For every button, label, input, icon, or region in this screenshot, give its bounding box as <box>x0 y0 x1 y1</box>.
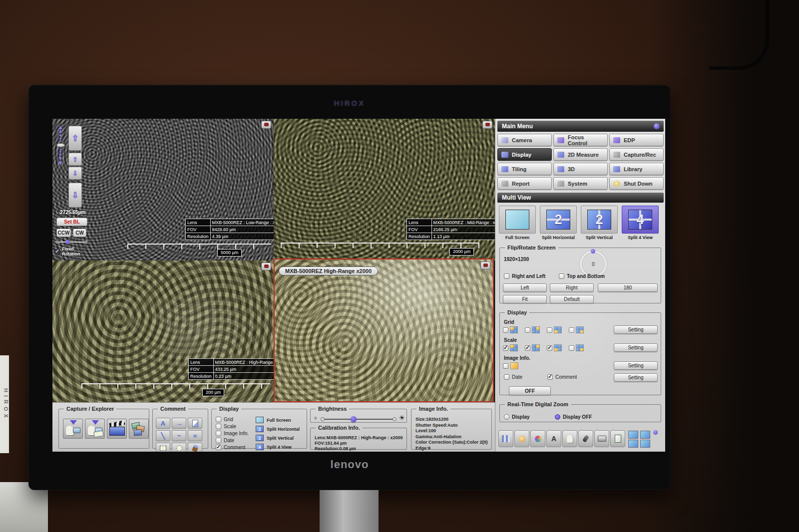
menu-focus-control-button[interactable]: Focus Control <box>553 134 608 146</box>
image-info-checkbox[interactable] <box>216 431 221 436</box>
camera-capture-icon[interactable] <box>482 121 492 129</box>
menu-shut-down-button[interactable]: Shut Down <box>609 177 664 190</box>
menu-display-button[interactable]: Display <box>497 148 552 161</box>
comment-arrow-button[interactable]: → <box>172 418 186 429</box>
split-horizontal-option[interactable]: 2Split Horizontal <box>256 426 300 432</box>
comment-ellipse-button[interactable] <box>172 443 186 452</box>
split-4-view-button[interactable]: 4 <box>622 206 659 234</box>
scale-quad1-checkbox[interactable]: ✓ <box>503 345 508 351</box>
display-radio[interactable] <box>504 414 509 420</box>
grid-quad1-checkbox[interactable] <box>503 327 508 333</box>
color-settings-tool-button[interactable] <box>530 430 545 447</box>
split-horizontal-button[interactable]: 2 <box>540 206 577 234</box>
comment-signature-button[interactable]: ≈ <box>188 430 202 441</box>
split-vertical-button[interactable]: 2 <box>581 206 618 234</box>
view-high-range-2000-selected[interactable]: MXB-5000REZ High-Range x2000 <box>274 259 494 402</box>
menu-camera-button[interactable]: Camera <box>497 134 552 146</box>
movie-record-button[interactable] <box>107 419 127 439</box>
scale-toggle[interactable]: Scale <box>216 424 249 429</box>
grid-quad4-toggle[interactable] <box>569 326 584 333</box>
camera-capture-icon[interactable] <box>480 262 490 269</box>
comment-toggle[interactable]: ✓Comment <box>216 445 249 450</box>
digital-zoom-display-option[interactable]: Display <box>504 414 530 420</box>
z-slider[interactable]: ▲ ▲ ▲ ▲ ▲ ▼ ▼ ▼ ▼ ▼ <box>55 125 65 165</box>
scale-quad2-checkbox[interactable]: ✓ <box>525 345 530 351</box>
grid-checkbox[interactable] <box>216 417 221 422</box>
default-button[interactable]: Default <box>550 295 594 303</box>
image-info-overlay-toggle[interactable] <box>503 362 518 369</box>
split-vertical-option[interactable]: 2Split Vertical <box>256 435 300 441</box>
z-down-slow-button[interactable]: ⇩ <box>68 167 82 180</box>
camera-capture-icon[interactable] <box>261 263 271 270</box>
menu-library-button[interactable]: Library <box>609 163 664 175</box>
scale-quad3-checkbox[interactable]: ✓ <box>547 345 552 351</box>
print-tool-button[interactable] <box>594 430 609 447</box>
full-screen-option[interactable]: Full Screen <box>256 417 300 423</box>
view-high-range-700[interactable]: Lens MXB-5000REZ : High-Range : x700 FOV… <box>52 261 274 402</box>
grid-quad4-checkbox[interactable] <box>569 327 574 333</box>
set-bl-button[interactable]: Set BL <box>56 218 87 226</box>
image-info-toggle[interactable]: Image Info. <box>216 431 249 436</box>
comment-rectangle-button[interactable] <box>156 443 170 452</box>
comment-note-button[interactable] <box>188 418 202 429</box>
off-button[interactable]: OFF <box>509 386 551 395</box>
digital-zoom-display-off-option[interactable]: Display OFF <box>555 414 592 420</box>
ccw-button[interactable]: CCW <box>56 229 71 237</box>
date-checkbox[interactable] <box>216 438 221 443</box>
scale-setting-button[interactable]: Setting <box>614 343 658 352</box>
globe-icon[interactable] <box>654 123 660 129</box>
comment-line-button[interactable]: ╲ <box>156 430 170 441</box>
rotate-left-button[interactable]: Left <box>503 283 547 292</box>
image-info-checkbox[interactable] <box>503 363 508 369</box>
fixed-rotation-checkbox[interactable]: ✓ <box>54 249 60 255</box>
triangle-up-icon[interactable]: ▲ <box>55 139 65 142</box>
menu-capture-rec-button[interactable]: Capture/Rec <box>609 148 664 161</box>
text-tool-button[interactable]: A <box>546 430 561 447</box>
display-off-radio[interactable] <box>555 414 560 420</box>
capture-save-button[interactable] <box>85 419 105 439</box>
z-slider-thumb[interactable] <box>56 143 65 147</box>
comment-eraser-button[interactable] <box>188 443 202 452</box>
monitor-preset-4-button[interactable] <box>640 440 650 448</box>
lamp-tool-button[interactable] <box>514 430 529 447</box>
grid-setting-button[interactable]: Setting <box>614 325 658 334</box>
image-info-setting-button[interactable]: Setting <box>614 361 658 370</box>
comment-setting-button[interactable]: Setting <box>614 373 658 382</box>
comment-checkbox[interactable]: ✓ <box>547 374 553 380</box>
grid-quad1-toggle[interactable] <box>503 326 518 333</box>
z-up-fast-button[interactable]: ⇧ <box>68 126 82 151</box>
right-left-checkbox[interactable] <box>504 273 509 279</box>
scale-quad3-toggle[interactable]: ✓ <box>547 344 562 351</box>
date-overlay-toggle[interactable]: Date <box>504 374 522 380</box>
grid-toggle[interactable]: Grid <box>216 417 249 422</box>
flip-right-left-toggle[interactable]: Right and Left <box>504 273 545 279</box>
grid-quad3-toggle[interactable] <box>547 326 562 333</box>
comment-freehand-button[interactable]: ~ <box>172 430 186 441</box>
hand-control-tool-button[interactable] <box>562 430 577 447</box>
fit-button[interactable]: Fit <box>503 295 547 303</box>
view-mid-range[interactable]: Lens MXB-5000REZ : Mid-Range : x140 FOV … <box>274 119 495 261</box>
menu-report-button[interactable]: Report <box>497 177 552 190</box>
menu-edp-button[interactable]: EDP <box>609 134 664 146</box>
triangle-down-icon[interactable]: ▼ <box>55 161 65 165</box>
scale-quad4-toggle[interactable] <box>569 344 584 351</box>
z-down-fast-button[interactable]: ⇩ <box>68 183 82 208</box>
split-4-view-option[interactable]: 4Split 4 View <box>256 444 300 450</box>
rotate-180-button[interactable]: 180 <box>598 283 658 292</box>
grid-quad2-toggle[interactable] <box>525 326 540 333</box>
z-up-slow-button[interactable]: ⇧ <box>68 153 82 166</box>
comment-text-button[interactable]: A <box>156 418 170 429</box>
grid-quad2-checkbox[interactable] <box>525 327 530 333</box>
menu-tiling-button[interactable]: Tiling <box>497 163 552 175</box>
top-bottom-checkbox[interactable] <box>559 273 564 279</box>
rotation-speed-slider[interactable] <box>55 240 87 244</box>
brightness-track[interactable] <box>322 419 397 420</box>
comment-overlay-toggle[interactable]: ✓ Comment <box>547 374 577 380</box>
brightness-thumb[interactable] <box>351 416 357 422</box>
menu-3d-button[interactable]: 3D <box>553 163 608 175</box>
monitor-preset-2-button[interactable] <box>640 431 650 439</box>
scale-quad2-toggle[interactable]: ✓ <box>525 344 540 351</box>
fixed-rotation-toggle[interactable]: ✓ Fixed Rotation <box>54 247 89 257</box>
grid-quad3-checkbox[interactable] <box>547 327 552 333</box>
date-checkbox[interactable] <box>504 374 509 380</box>
